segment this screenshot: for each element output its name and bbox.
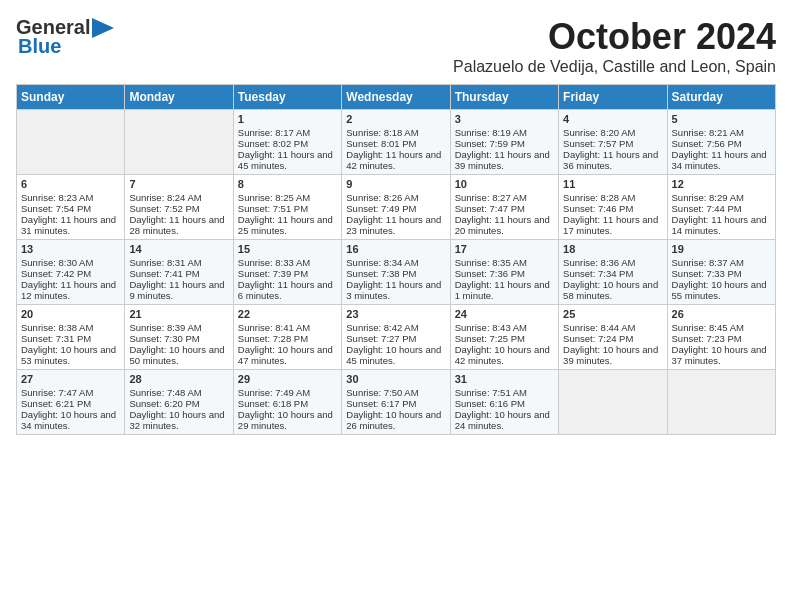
day-content-line: Sunset: 7:54 PM bbox=[21, 203, 120, 214]
calendar-table: SundayMondayTuesdayWednesdayThursdayFrid… bbox=[16, 84, 776, 435]
day-content-line: Sunrise: 8:41 AM bbox=[238, 322, 337, 333]
day-content-line: Daylight: 11 hours and 45 minutes. bbox=[238, 149, 337, 171]
calendar-cell: 14Sunrise: 8:31 AMSunset: 7:41 PMDayligh… bbox=[125, 240, 233, 305]
calendar-cell: 5Sunrise: 8:21 AMSunset: 7:56 PMDaylight… bbox=[667, 110, 775, 175]
day-content-line: Sunrise: 8:24 AM bbox=[129, 192, 228, 203]
calendar-cell: 27Sunrise: 7:47 AMSunset: 6:21 PMDayligh… bbox=[17, 370, 125, 435]
calendar-cell: 20Sunrise: 8:38 AMSunset: 7:31 PMDayligh… bbox=[17, 305, 125, 370]
day-number: 20 bbox=[21, 308, 120, 320]
calendar-cell: 12Sunrise: 8:29 AMSunset: 7:44 PMDayligh… bbox=[667, 175, 775, 240]
day-number: 18 bbox=[563, 243, 662, 255]
day-content-line: Sunrise: 8:29 AM bbox=[672, 192, 771, 203]
day-content-line: Sunset: 6:20 PM bbox=[129, 398, 228, 409]
day-content-line: Sunset: 7:30 PM bbox=[129, 333, 228, 344]
calendar-cell: 25Sunrise: 8:44 AMSunset: 7:24 PMDayligh… bbox=[559, 305, 667, 370]
calendar-cell bbox=[559, 370, 667, 435]
day-content-line: Sunrise: 8:44 AM bbox=[563, 322, 662, 333]
calendar-cell: 28Sunrise: 7:48 AMSunset: 6:20 PMDayligh… bbox=[125, 370, 233, 435]
title-block: October 2024 Palazuelo de Vedija, Castil… bbox=[453, 16, 776, 76]
day-content-line: Sunset: 7:51 PM bbox=[238, 203, 337, 214]
day-content-line: Daylight: 10 hours and 53 minutes. bbox=[21, 344, 120, 366]
day-content-line: Sunrise: 8:23 AM bbox=[21, 192, 120, 203]
calendar-cell: 31Sunrise: 7:51 AMSunset: 6:16 PMDayligh… bbox=[450, 370, 558, 435]
day-content-line: Sunset: 7:46 PM bbox=[563, 203, 662, 214]
day-content-line: Daylight: 10 hours and 47 minutes. bbox=[238, 344, 337, 366]
calendar-cell: 11Sunrise: 8:28 AMSunset: 7:46 PMDayligh… bbox=[559, 175, 667, 240]
day-number: 27 bbox=[21, 373, 120, 385]
day-content-line: Sunrise: 8:42 AM bbox=[346, 322, 445, 333]
calendar-cell: 24Sunrise: 8:43 AMSunset: 7:25 PMDayligh… bbox=[450, 305, 558, 370]
calendar-cell: 18Sunrise: 8:36 AMSunset: 7:34 PMDayligh… bbox=[559, 240, 667, 305]
day-content-line: Daylight: 10 hours and 24 minutes. bbox=[455, 409, 554, 431]
day-number: 17 bbox=[455, 243, 554, 255]
calendar-cell: 8Sunrise: 8:25 AMSunset: 7:51 PMDaylight… bbox=[233, 175, 341, 240]
day-number: 5 bbox=[672, 113, 771, 125]
day-content-line: Sunrise: 8:43 AM bbox=[455, 322, 554, 333]
day-content-line: Sunrise: 8:45 AM bbox=[672, 322, 771, 333]
day-number: 26 bbox=[672, 308, 771, 320]
day-number: 12 bbox=[672, 178, 771, 190]
day-number: 14 bbox=[129, 243, 228, 255]
day-content-line: Sunrise: 8:28 AM bbox=[563, 192, 662, 203]
calendar-cell: 21Sunrise: 8:39 AMSunset: 7:30 PMDayligh… bbox=[125, 305, 233, 370]
day-header-sunday: Sunday bbox=[17, 85, 125, 110]
calendar-cell: 22Sunrise: 8:41 AMSunset: 7:28 PMDayligh… bbox=[233, 305, 341, 370]
day-content-line: Sunrise: 8:37 AM bbox=[672, 257, 771, 268]
day-number: 1 bbox=[238, 113, 337, 125]
day-number: 10 bbox=[455, 178, 554, 190]
day-header-thursday: Thursday bbox=[450, 85, 558, 110]
day-content-line: Sunrise: 8:30 AM bbox=[21, 257, 120, 268]
day-content-line: Sunset: 7:33 PM bbox=[672, 268, 771, 279]
day-content-line: Daylight: 11 hours and 25 minutes. bbox=[238, 214, 337, 236]
day-content-line: Sunset: 7:47 PM bbox=[455, 203, 554, 214]
day-content-line: Sunset: 7:25 PM bbox=[455, 333, 554, 344]
day-content-line: Sunset: 7:31 PM bbox=[21, 333, 120, 344]
day-content-line: Sunrise: 7:50 AM bbox=[346, 387, 445, 398]
logo-blue: Blue bbox=[18, 35, 61, 58]
day-content-line: Sunrise: 7:48 AM bbox=[129, 387, 228, 398]
calendar-cell: 30Sunrise: 7:50 AMSunset: 6:17 PMDayligh… bbox=[342, 370, 450, 435]
day-content-line: Sunrise: 8:19 AM bbox=[455, 127, 554, 138]
day-number: 28 bbox=[129, 373, 228, 385]
day-number: 6 bbox=[21, 178, 120, 190]
day-content-line: Daylight: 11 hours and 36 minutes. bbox=[563, 149, 662, 171]
calendar-cell: 13Sunrise: 8:30 AMSunset: 7:42 PMDayligh… bbox=[17, 240, 125, 305]
calendar-cell: 29Sunrise: 7:49 AMSunset: 6:18 PMDayligh… bbox=[233, 370, 341, 435]
day-content-line: Sunset: 7:23 PM bbox=[672, 333, 771, 344]
day-number: 24 bbox=[455, 308, 554, 320]
location-title: Palazuelo de Vedija, Castille and Leon, … bbox=[453, 58, 776, 76]
calendar-week-row: 13Sunrise: 8:30 AMSunset: 7:42 PMDayligh… bbox=[17, 240, 776, 305]
day-content-line: Daylight: 11 hours and 34 minutes. bbox=[672, 149, 771, 171]
day-content-line: Sunrise: 8:21 AM bbox=[672, 127, 771, 138]
day-number: 23 bbox=[346, 308, 445, 320]
calendar-cell: 7Sunrise: 8:24 AMSunset: 7:52 PMDaylight… bbox=[125, 175, 233, 240]
day-header-monday: Monday bbox=[125, 85, 233, 110]
calendar-cell: 23Sunrise: 8:42 AMSunset: 7:27 PMDayligh… bbox=[342, 305, 450, 370]
day-content-line: Sunset: 7:49 PM bbox=[346, 203, 445, 214]
day-content-line: Daylight: 11 hours and 12 minutes. bbox=[21, 279, 120, 301]
day-content-line: Daylight: 11 hours and 1 minute. bbox=[455, 279, 554, 301]
day-content-line: Daylight: 11 hours and 39 minutes. bbox=[455, 149, 554, 171]
day-content-line: Sunrise: 8:39 AM bbox=[129, 322, 228, 333]
day-content-line: Sunrise: 8:36 AM bbox=[563, 257, 662, 268]
day-content-line: Sunset: 7:52 PM bbox=[129, 203, 228, 214]
day-number: 30 bbox=[346, 373, 445, 385]
day-content-line: Sunrise: 8:33 AM bbox=[238, 257, 337, 268]
day-content-line: Daylight: 10 hours and 55 minutes. bbox=[672, 279, 771, 301]
day-content-line: Sunrise: 8:20 AM bbox=[563, 127, 662, 138]
day-number: 9 bbox=[346, 178, 445, 190]
day-content-line: Daylight: 11 hours and 6 minutes. bbox=[238, 279, 337, 301]
day-content-line: Sunset: 7:34 PM bbox=[563, 268, 662, 279]
day-number: 21 bbox=[129, 308, 228, 320]
day-content-line: Sunset: 7:56 PM bbox=[672, 138, 771, 149]
day-content-line: Daylight: 11 hours and 42 minutes. bbox=[346, 149, 445, 171]
day-content-line: Daylight: 10 hours and 32 minutes. bbox=[129, 409, 228, 431]
calendar-cell: 10Sunrise: 8:27 AMSunset: 7:47 PMDayligh… bbox=[450, 175, 558, 240]
day-content-line: Daylight: 10 hours and 39 minutes. bbox=[563, 344, 662, 366]
day-content-line: Daylight: 11 hours and 3 minutes. bbox=[346, 279, 445, 301]
day-content-line: Sunset: 7:59 PM bbox=[455, 138, 554, 149]
day-content-line: Sunset: 7:41 PM bbox=[129, 268, 228, 279]
day-number: 25 bbox=[563, 308, 662, 320]
logo-arrow-icon bbox=[92, 18, 114, 38]
day-content-line: Sunrise: 8:18 AM bbox=[346, 127, 445, 138]
